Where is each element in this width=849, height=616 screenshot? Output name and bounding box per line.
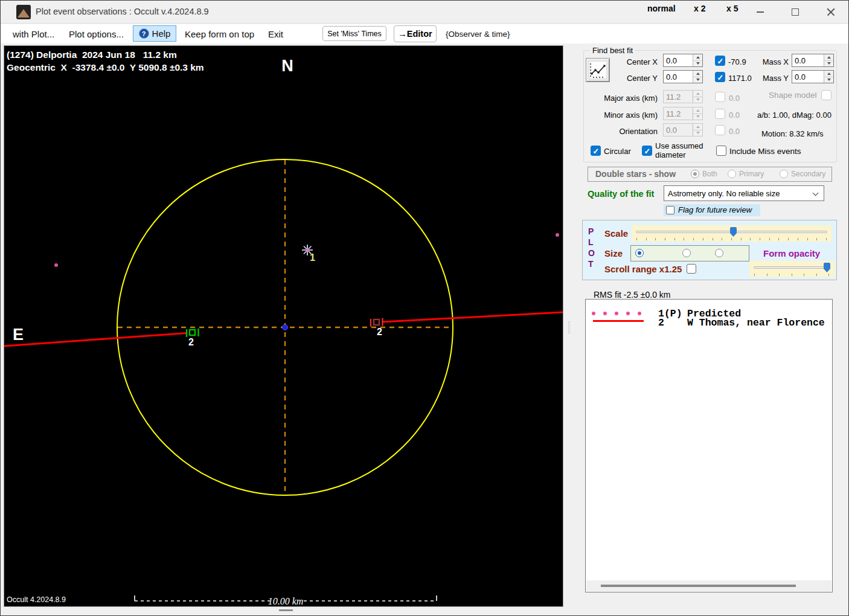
menu-keep-on-top[interactable]: Keep form on top <box>182 24 257 43</box>
east-label: E <box>13 326 24 344</box>
size-label: Size <box>604 248 623 258</box>
double-stars-title: Double stars - show <box>595 169 676 179</box>
menu-help[interactable]: ? Help <box>133 25 176 42</box>
mass-x-spinner[interactable] <box>792 54 834 67</box>
plot-panel-letter-l: L <box>588 237 594 247</box>
center-y-up[interactable] <box>693 71 702 77</box>
orientation-spinner[interactable] <box>663 123 703 136</box>
window-title: Plot event observations : Occult v.4.202… <box>36 7 209 16</box>
app-window: Plot event observations : Occult v.4.202… <box>0 0 849 616</box>
center-y-spinner[interactable] <box>663 70 703 83</box>
legend-scrollbar[interactable] <box>586 580 831 591</box>
orientation-label: Orientation <box>589 127 658 136</box>
orientation-input[interactable] <box>664 124 693 136</box>
scale-slider[interactable] <box>632 225 831 242</box>
minimize-button[interactable] <box>746 1 774 24</box>
size-normal-radio[interactable] <box>635 249 644 257</box>
minor-axis-spinner[interactable] <box>663 107 703 120</box>
mass-x-down[interactable] <box>824 60 833 67</box>
maximize-button[interactable] <box>781 1 809 24</box>
form-opacity-thumb[interactable] <box>824 263 830 272</box>
include-miss-events-label: Include Miss events <box>729 147 801 156</box>
mass-y-down[interactable] <box>824 77 833 83</box>
include-miss-events-checkbox[interactable] <box>716 146 726 156</box>
app-icon <box>16 5 31 19</box>
legend-chord-sample <box>593 320 644 322</box>
form-opacity-track[interactable] <box>754 266 830 269</box>
legend-scrollbar-thumb[interactable] <box>601 585 796 587</box>
menu-exit[interactable]: Exit <box>266 24 286 43</box>
double-stars-both-label: Both <box>702 170 717 178</box>
plot-panel-letter-p: P <box>588 226 594 236</box>
fit-major-checkbox[interactable] <box>715 92 725 102</box>
shape-model-checkbox[interactable] <box>821 90 831 100</box>
center-x-spinner[interactable] <box>663 54 703 67</box>
predicted-dot-left <box>54 263 58 267</box>
fit-minor-value: 0.0 <box>729 111 740 120</box>
scale-bar-label: 10.00 km <box>268 596 304 606</box>
form-opacity-slider[interactable] <box>749 261 835 277</box>
minimize-icon <box>757 11 764 13</box>
motion-label: Motion: 8.32 km/s <box>761 129 824 138</box>
circular-checkbox[interactable] <box>591 146 601 156</box>
editor-button[interactable]: →Editor <box>394 25 437 42</box>
fit-minor-checkbox[interactable] <box>715 109 725 119</box>
center-x-down[interactable] <box>693 60 702 67</box>
close-button[interactable] <box>817 1 845 24</box>
center-x-label: Center X <box>601 57 658 66</box>
observer-time-label: {Observer & time} <box>443 24 513 43</box>
form-opacity-ticks <box>754 274 831 276</box>
flag-review-checkbox[interactable] <box>666 206 674 214</box>
mass-x-input[interactable] <box>792 54 824 66</box>
plot-canvas[interactable]: (1274) Delportia 2024 Jun 18 11.2 km Geo… <box>4 45 563 607</box>
quality-of-fit-dropdown[interactable]: Astrometry only. No reliable size <box>664 185 824 201</box>
double-stars-both-radio[interactable] <box>691 170 699 178</box>
double-stars-primary-label: Primary <box>739 170 764 178</box>
star-marker-center <box>306 248 309 251</box>
use-assumed-diameter-checkbox[interactable] <box>642 146 652 156</box>
mass-y-input[interactable] <box>792 71 824 83</box>
menu-help-label: Help <box>152 28 171 39</box>
center-x-up[interactable] <box>693 54 702 60</box>
fit-orientation-checkbox[interactable] <box>715 125 725 135</box>
scroll-range-checkbox[interactable] <box>687 264 696 274</box>
menu-plot-options[interactable]: Plot options... <box>66 24 126 43</box>
flag-review-label: Flag for future review <box>678 205 752 214</box>
fit-x-checkbox[interactable] <box>715 56 725 66</box>
center-y-input[interactable] <box>664 71 693 83</box>
mass-y-spinner[interactable] <box>792 70 834 83</box>
mass-y-label: Mass Y <box>760 74 789 83</box>
center-x-input[interactable] <box>664 54 693 66</box>
set-miss-times-button[interactable]: Set 'Miss' Times <box>322 26 386 41</box>
center-dot <box>283 325 288 330</box>
plot-panel-letter-o: O <box>588 248 595 258</box>
north-label: N <box>281 57 293 75</box>
ab-dmag-label: a/b: 1.00, dMag: 0.00 <box>757 111 831 120</box>
double-stars-primary-radio[interactable] <box>728 170 736 178</box>
size-x5-label: x 5 <box>726 4 738 13</box>
scale-slider-thumb[interactable] <box>730 227 737 237</box>
mass-x-up[interactable] <box>824 54 833 60</box>
major-axis-label: Major axis (km) <box>589 94 658 103</box>
menu-with-plot[interactable]: with Plot... <box>10 24 57 43</box>
minor-axis-input[interactable] <box>664 107 693 120</box>
chord-right-number: 2 <box>377 327 382 337</box>
scale-label: Scale <box>604 228 628 239</box>
plot-scrollbar-thumb[interactable] <box>279 609 293 611</box>
maximize-icon <box>792 8 799 16</box>
title-bar: Plot event observations : Occult v.4.202… <box>1 1 848 24</box>
form-opacity-label: Form opacity <box>763 248 820 258</box>
size-x2-radio[interactable] <box>682 249 691 257</box>
chord-left-number: 2 <box>188 337 194 347</box>
size-x5-radio[interactable] <box>715 249 723 257</box>
observer-legend-list[interactable]: 1(P) Predicted 2 W Thomas, near Florence <box>585 299 833 592</box>
double-stars-secondary-radio[interactable] <box>780 170 788 178</box>
splitter-handle[interactable] <box>568 321 570 333</box>
fit-y-checkbox[interactable] <box>715 72 725 82</box>
major-axis-spinner[interactable] <box>663 90 703 103</box>
center-y-down[interactable] <box>693 77 702 83</box>
major-axis-input[interactable] <box>664 91 693 103</box>
mass-y-up[interactable] <box>824 71 833 77</box>
predicted-dot-right <box>556 233 559 237</box>
minor-axis-label: Minor axis (km) <box>589 111 658 120</box>
